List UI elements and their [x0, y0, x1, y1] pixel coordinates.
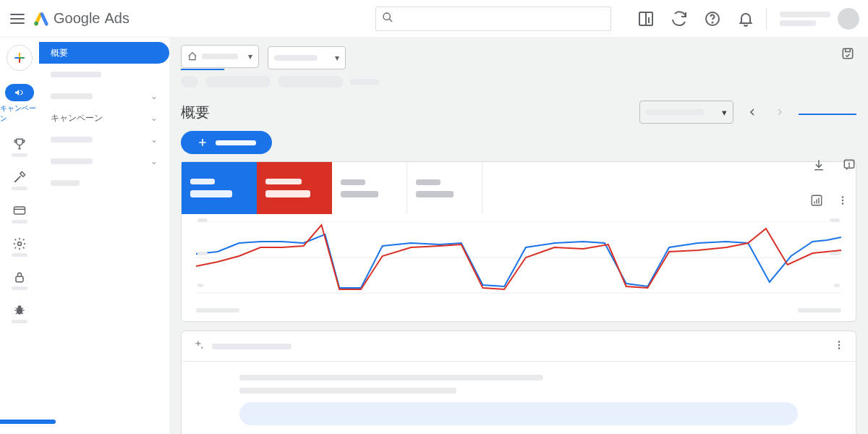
insight-line	[239, 388, 456, 393]
account-dropdown[interactable]: ▾	[181, 45, 259, 70]
rail-campaigns[interactable]: キャンペーン	[0, 84, 39, 124]
svg-point-1	[383, 13, 390, 20]
sidebar-item-campaigns[interactable]: キャンペーン⌄	[39, 107, 169, 129]
metric-tab-3[interactable]	[332, 162, 407, 214]
svg-point-14	[849, 166, 850, 166]
more-icon[interactable]	[833, 339, 846, 354]
sidebar-item-1[interactable]	[39, 64, 169, 85]
brand-ads: Ads	[105, 10, 129, 27]
page-title: 概要	[181, 103, 210, 122]
rail-goals[interactable]	[12, 137, 27, 157]
rail-billing[interactable]	[12, 203, 27, 224]
chart-x-labels	[182, 308, 856, 318]
sidebar-overview-label: 概要	[51, 47, 68, 59]
brand-google: Google	[54, 10, 101, 27]
avatar[interactable]	[838, 8, 859, 30]
filter-chip[interactable]	[181, 76, 198, 88]
metric-tab-4[interactable]	[407, 162, 482, 214]
caret-down-icon: ▾	[722, 107, 727, 118]
summary-chart-card	[181, 161, 856, 322]
campaign-dropdown[interactable]: ▾	[268, 46, 346, 69]
main-content: ▾ ▾ 概要 ▾	[169, 38, 868, 434]
sidebar-campaigns-label: キャンペーン	[51, 112, 103, 124]
svg-point-24	[838, 347, 840, 349]
compare-toggle[interactable]	[799, 109, 856, 115]
sidebar-item-4[interactable]: ⌄	[39, 129, 169, 150]
reports-icon[interactable]	[637, 10, 655, 27]
chevron-down-icon: ⌄	[150, 135, 158, 145]
insights-title	[212, 344, 292, 349]
account-switcher[interactable]	[766, 8, 859, 30]
filter-chips	[169, 70, 868, 88]
date-prev-button[interactable]	[744, 103, 761, 121]
rail-admin[interactable]	[12, 237, 27, 257]
home-icon	[187, 51, 197, 61]
filter-chip[interactable]	[278, 76, 343, 88]
line-chart-svg	[196, 221, 841, 294]
rail-tools[interactable]	[12, 170, 27, 190]
plus-icon	[197, 137, 208, 148]
sparkle-icon	[192, 339, 205, 354]
rail-bugs[interactable]	[12, 303, 27, 323]
date-range-picker[interactable]: ▾	[639, 101, 733, 124]
trophy-icon	[12, 137, 27, 151]
chevron-down-icon: ⌄	[150, 113, 158, 123]
download-icon[interactable]	[812, 158, 826, 174]
refresh-icon[interactable]	[671, 10, 688, 27]
more-icon[interactable]	[836, 194, 849, 209]
svg-rect-12	[843, 48, 852, 58]
hamburger-menu-icon[interactable]	[9, 10, 26, 27]
filter-chip[interactable]	[205, 76, 271, 88]
search-input[interactable]	[375, 7, 611, 31]
notifications-icon[interactable]	[737, 10, 754, 27]
header-actions	[637, 10, 754, 27]
rail-footer-link[interactable]	[0, 417, 56, 427]
sidebar-item-2[interactable]: ⌄	[39, 85, 169, 107]
side-nav: 概要 ⌄ キャンペーン⌄ ⌄ ⌄	[39, 38, 169, 434]
sidebar-item-5[interactable]: ⌄	[39, 150, 169, 172]
create-button[interactable]	[7, 45, 33, 71]
page-action-icons	[812, 158, 856, 174]
help-icon[interactable]	[704, 10, 721, 27]
svg-point-17	[842, 200, 843, 201]
date-next-button	[771, 103, 788, 121]
performance-chart	[182, 214, 856, 308]
chart-settings-icon[interactable]	[810, 194, 823, 209]
filter-more[interactable]	[350, 79, 379, 85]
account-id	[780, 20, 816, 26]
feedback-icon[interactable]	[842, 158, 856, 174]
metric-tab-2[interactable]	[257, 162, 332, 214]
insight-suggestion[interactable]	[239, 402, 798, 425]
caret-down-icon: ▾	[335, 53, 339, 63]
chevron-down-icon: ⌄	[150, 156, 158, 166]
metric-tabs	[182, 162, 856, 214]
svg-point-16	[842, 196, 843, 197]
megaphone-icon	[5, 84, 34, 101]
svg-point-23	[838, 344, 840, 346]
new-campaign-button[interactable]	[181, 131, 272, 154]
sidebar-item-6[interactable]	[39, 172, 169, 194]
sidebar-item-overview[interactable]: 概要	[39, 42, 169, 64]
gear-icon	[12, 237, 27, 251]
svg-point-9	[18, 305, 22, 309]
insight-line	[239, 375, 543, 380]
lock-icon	[12, 270, 27, 284]
search-icon	[382, 12, 393, 25]
svg-point-6	[18, 242, 22, 246]
logo[interactable]: Google Ads	[33, 10, 129, 27]
rail-campaigns-label: キャンペーン	[0, 103, 39, 124]
app-header: Google Ads	[0, 0, 868, 38]
rail-security[interactable]	[12, 270, 27, 290]
svg-point-18	[842, 203, 843, 204]
card-icon	[12, 203, 27, 218]
save-view-icon[interactable]	[841, 46, 855, 63]
metric-tab-1[interactable]	[182, 162, 257, 214]
page-title-bar: 概要 ▾	[169, 88, 868, 129]
google-ads-logo-icon	[33, 11, 49, 27]
insights-card	[181, 331, 856, 434]
account-email	[780, 12, 830, 17]
svg-point-4	[712, 22, 712, 22]
svg-rect-7	[16, 276, 23, 282]
bug-icon	[12, 303, 27, 318]
svg-point-22	[838, 341, 840, 342]
